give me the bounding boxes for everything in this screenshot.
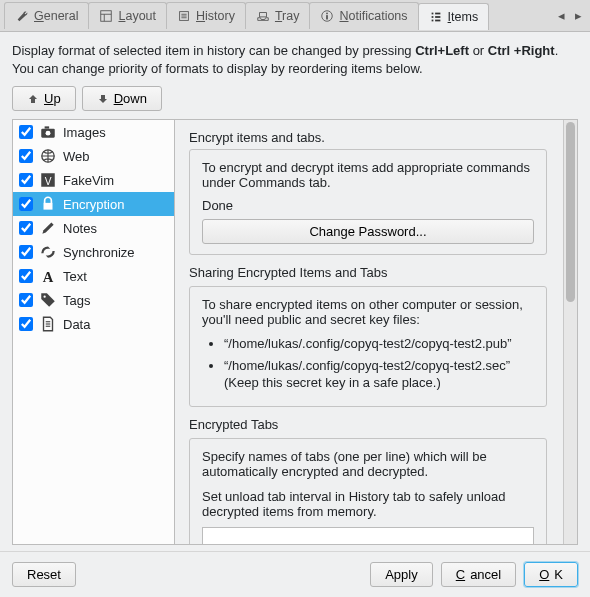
apply-button[interactable]: Apply	[370, 562, 433, 587]
sharing-heading: Sharing Encrypted Items and Tabs	[189, 265, 547, 280]
arrow-up-icon	[27, 93, 39, 105]
wrench-icon	[15, 9, 29, 23]
lock-icon	[39, 195, 57, 213]
ok-button[interactable]: OK	[524, 562, 578, 587]
item-checkbox[interactable]	[19, 245, 33, 259]
encrypted-tabs-heading: Encrypted Tabs	[189, 417, 547, 432]
tab-general[interactable]: General	[4, 2, 89, 29]
item-label: Encryption	[63, 197, 124, 212]
panel-title: Encrypt items and tabs.	[189, 130, 547, 145]
encrypt-intro: To encrypt and decrypt items add appropr…	[202, 160, 534, 190]
svg-text:V: V	[45, 176, 52, 187]
svg-text:A: A	[43, 269, 54, 285]
sharing-text: To share encrypted items on other comput…	[202, 297, 534, 327]
tab-bar: General Layout History Tray Notification…	[0, 0, 590, 32]
pencil-icon	[39, 219, 57, 237]
dialog-footer: Reset Apply Cancel OK	[0, 551, 590, 597]
tab-layout[interactable]: Layout	[88, 2, 167, 29]
list-icon	[429, 10, 443, 24]
svg-point-24	[44, 296, 46, 298]
item-checkbox[interactable]	[19, 269, 33, 283]
svg-point-8	[327, 13, 329, 15]
svg-rect-10	[431, 13, 433, 15]
item-data[interactable]: Data	[13, 312, 174, 336]
item-checkbox[interactable]	[19, 149, 33, 163]
item-checkbox[interactable]	[19, 293, 33, 307]
svg-rect-22	[44, 203, 53, 210]
item-tags[interactable]: Tags	[13, 288, 174, 312]
arrow-down-icon	[97, 93, 109, 105]
history-icon	[177, 9, 191, 23]
item-encryption[interactable]: Encryption	[13, 192, 174, 216]
item-checkbox[interactable]	[19, 197, 33, 211]
tab-notifications[interactable]: Notifications	[309, 2, 418, 29]
item-text[interactable]: AText	[13, 264, 174, 288]
item-label: Notes	[63, 221, 97, 236]
item-detail-panel: Encrypt items and tabs. To encrypt and d…	[175, 120, 563, 544]
svg-rect-14	[435, 16, 440, 18]
sec-key-note: (Keep this secret key in a safe place.)	[224, 375, 441, 390]
svg-rect-0	[101, 11, 112, 22]
sec-key-path: “/home/lukas/.config/copyq-test2/copyq-t…	[224, 358, 510, 373]
up-button[interactable]: Up	[12, 86, 76, 111]
tab-items[interactable]: Items	[418, 3, 490, 30]
svg-rect-13	[435, 13, 440, 15]
svg-rect-18	[45, 127, 50, 129]
item-checkbox[interactable]	[19, 221, 33, 235]
item-checkbox[interactable]	[19, 173, 33, 187]
tag-icon	[39, 291, 57, 309]
svg-point-17	[46, 131, 51, 136]
item-label: Web	[63, 149, 90, 164]
svg-rect-9	[327, 15, 329, 19]
change-password-button[interactable]: Change Password...	[202, 219, 534, 244]
pub-key-path: “/home/lukas/.config/copyq-test2/copyq-t…	[224, 335, 534, 353]
svg-rect-11	[431, 16, 433, 18]
tab-scroll-right[interactable]: ▸	[570, 6, 586, 26]
globe-icon	[39, 147, 57, 165]
sync-icon	[39, 243, 57, 261]
tab-history[interactable]: History	[166, 2, 246, 29]
enc-tabs-p1: Specify names of tabs (one per line) whi…	[202, 449, 534, 479]
item-label: Images	[63, 125, 106, 140]
status-done: Done	[202, 198, 534, 213]
doc-icon	[39, 315, 57, 333]
items-list[interactable]: ImagesWebVFakeVimEncryptionNotesSynchron…	[13, 120, 175, 544]
svg-rect-15	[435, 20, 440, 22]
reset-button[interactable]: Reset	[12, 562, 76, 587]
down-button[interactable]: Down	[82, 86, 162, 111]
layout-icon	[99, 9, 113, 23]
svg-rect-12	[431, 20, 433, 22]
text-icon: A	[39, 267, 57, 285]
item-synchronize[interactable]: Synchronize	[13, 240, 174, 264]
enc-tabs-p2: Set unload tab interval in History tab t…	[202, 489, 534, 519]
tray-icon	[256, 9, 270, 23]
detail-scrollbar[interactable]	[563, 120, 577, 544]
tab-scroll-left[interactable]: ◂	[553, 6, 569, 26]
camera-icon	[39, 123, 57, 141]
info-icon	[320, 9, 334, 23]
item-checkbox[interactable]	[19, 317, 33, 331]
item-fakevim[interactable]: VFakeVim	[13, 168, 174, 192]
item-label: Synchronize	[63, 245, 135, 260]
encrypted-tabs-input[interactable]	[202, 527, 534, 544]
item-label: FakeVim	[63, 173, 114, 188]
tab-tray[interactable]: Tray	[245, 2, 311, 29]
item-images[interactable]: Images	[13, 120, 174, 144]
item-label: Tags	[63, 293, 90, 308]
description-text: Display format of selected item in histo…	[12, 42, 578, 78]
item-notes[interactable]: Notes	[13, 216, 174, 240]
item-web[interactable]: Web	[13, 144, 174, 168]
cancel-button[interactable]: Cancel	[441, 562, 516, 587]
item-label: Text	[63, 269, 87, 284]
vim-icon: V	[39, 171, 57, 189]
item-checkbox[interactable]	[19, 125, 33, 139]
item-label: Data	[63, 317, 90, 332]
